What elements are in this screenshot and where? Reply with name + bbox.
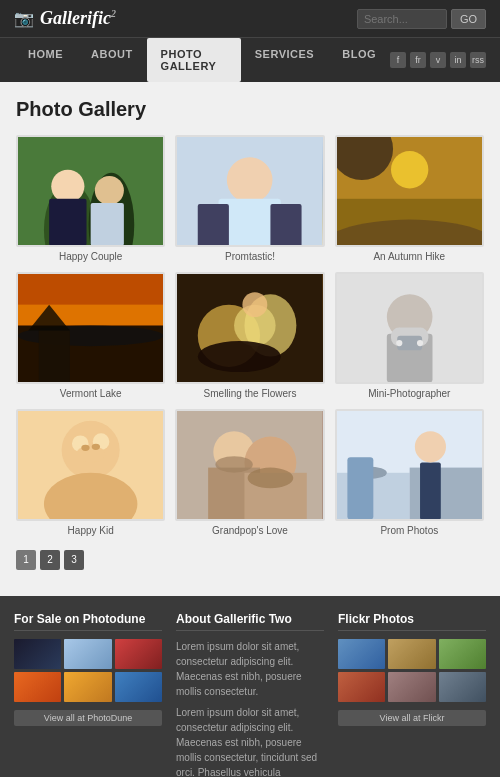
pagination: 1 2 3 <box>16 550 484 576</box>
gallery-thumb-6[interactable] <box>335 272 484 384</box>
photodune-view-all-button[interactable]: View all at PhotoDune <box>14 710 162 726</box>
photodune-thumb-4[interactable] <box>14 672 61 702</box>
svg-point-49 <box>216 456 253 473</box>
search-input[interactable] <box>357 9 447 29</box>
svg-point-35 <box>417 340 423 346</box>
gallery-caption-5: Smelling the Flowers <box>204 388 297 399</box>
svg-point-43 <box>92 444 100 450</box>
page-btn-1[interactable]: 1 <box>16 550 36 570</box>
gallery-thumb-9[interactable] <box>335 409 484 521</box>
svg-rect-11 <box>271 204 302 245</box>
nav-services[interactable]: SERVICES <box>241 38 328 82</box>
page-title: Photo Gallery <box>16 98 484 121</box>
gallery-item[interactable]: Happy Kid <box>16 409 165 536</box>
gallery-item[interactable]: Mini-Photographer <box>335 272 484 399</box>
flickr-thumb-3[interactable] <box>439 639 486 669</box>
footer-sections: For Sale on Photodune View all at PhotoD… <box>0 596 500 777</box>
svg-point-50 <box>248 468 294 489</box>
gallery-caption-4: Vermont Lake <box>60 388 122 399</box>
svg-point-28 <box>243 292 268 317</box>
flickr-thumb-6[interactable] <box>439 672 486 702</box>
svg-rect-56 <box>420 462 441 519</box>
svg-rect-6 <box>91 203 124 245</box>
nav-items: HOME ABOUT PHOTO GALLERY SERVICES BLOG <box>14 38 390 82</box>
svg-rect-10 <box>198 204 229 245</box>
photodune-title: For Sale on Photodune <box>14 612 162 631</box>
about-title: About Gallerific Two <box>176 612 324 631</box>
main-content: Photo Gallery Happy Couple <box>0 82 500 596</box>
flickr-thumb-1[interactable] <box>338 639 385 669</box>
about-text-2: Lorem ipsum dolor sit amet, consectetur … <box>176 705 324 777</box>
photodune-thumb-2[interactable] <box>64 639 111 669</box>
svg-point-3 <box>51 170 84 203</box>
svg-point-4 <box>95 176 124 205</box>
gallery-grid: Happy Couple Promtastic! <box>16 135 484 536</box>
gallery-thumb-2[interactable] <box>175 135 324 247</box>
camera-icon: 📷 <box>14 9 34 28</box>
flickr-title: Flickr Photos <box>338 612 486 631</box>
header: 📷 Gallerific2 GO <box>0 0 500 37</box>
gallery-item[interactable]: Happy Couple <box>16 135 165 262</box>
logo-text: Gallerific2 <box>40 8 116 29</box>
gallery-caption-1: Happy Couple <box>59 251 122 262</box>
svg-point-27 <box>198 341 281 372</box>
flickr-thumb-5[interactable] <box>388 672 435 702</box>
gallery-thumb-7[interactable] <box>16 409 165 521</box>
nav-photo-gallery[interactable]: PHOTO GALLERY <box>147 38 241 82</box>
social-links: f fr v in rss <box>390 52 486 68</box>
nav-about[interactable]: ABOUT <box>77 38 147 82</box>
flickr-thumb-4[interactable] <box>338 672 385 702</box>
photodune-section: For Sale on Photodune View all at PhotoD… <box>14 612 162 777</box>
svg-rect-55 <box>347 457 373 519</box>
gallery-caption-6: Mini-Photographer <box>368 388 450 399</box>
nav-blog[interactable]: BLOG <box>328 38 390 82</box>
facebook-icon[interactable]: f <box>390 52 406 68</box>
gallery-caption-7: Happy Kid <box>68 525 114 536</box>
svg-point-41 <box>76 446 105 463</box>
gallery-caption-8: Grandpop's Love <box>212 525 288 536</box>
photodune-thumb-1[interactable] <box>14 639 61 669</box>
gallery-item[interactable]: Prom Photos <box>335 409 484 536</box>
svg-point-8 <box>227 157 273 203</box>
gallery-item[interactable]: Smelling the Flowers <box>175 272 324 399</box>
linkedin-icon[interactable]: in <box>450 52 466 68</box>
page-btn-3[interactable]: 3 <box>64 550 84 570</box>
gallery-item[interactable]: Vermont Lake <box>16 272 165 399</box>
gallery-thumb-5[interactable] <box>175 272 324 384</box>
svg-point-34 <box>396 340 402 346</box>
page-btn-2[interactable]: 2 <box>40 550 60 570</box>
gallery-item[interactable]: An Autumn Hike <box>335 135 484 262</box>
gallery-thumb-1[interactable] <box>16 135 165 247</box>
main-nav: HOME ABOUT PHOTO GALLERY SERVICES BLOG f… <box>0 37 500 82</box>
gallery-caption-9: Prom Photos <box>380 525 438 536</box>
svg-point-57 <box>415 431 446 462</box>
logo: 📷 Gallerific2 <box>14 8 116 29</box>
gallery-item[interactable]: Promtastic! <box>175 135 324 262</box>
search-button[interactable]: GO <box>451 9 486 29</box>
flickr-thumbs <box>338 639 486 702</box>
svg-rect-5 <box>49 199 86 245</box>
svg-rect-21 <box>39 331 70 382</box>
photodune-thumb-3[interactable] <box>115 639 162 669</box>
photodune-thumb-5[interactable] <box>64 672 111 702</box>
photodune-thumb-6[interactable] <box>115 672 162 702</box>
flickr-thumb-2[interactable] <box>388 639 435 669</box>
rss-icon[interactable]: rss <box>470 52 486 68</box>
svg-point-14 <box>391 151 428 188</box>
flickr-view-all-button[interactable]: View all at Flickr <box>338 710 486 726</box>
gallery-caption-3: An Autumn Hike <box>373 251 445 262</box>
nav-home[interactable]: HOME <box>14 38 77 82</box>
vimeo-icon[interactable]: v <box>430 52 446 68</box>
about-text-1: Lorem ipsum dolor sit amet, consectetur … <box>176 639 324 699</box>
search-area: GO <box>357 9 486 29</box>
flickr-icon[interactable]: fr <box>410 52 426 68</box>
gallery-thumb-4[interactable] <box>16 272 165 384</box>
gallery-thumb-3[interactable] <box>335 135 484 247</box>
gallery-thumb-8[interactable] <box>175 409 324 521</box>
gallery-caption-2: Promtastic! <box>225 251 275 262</box>
svg-point-42 <box>81 445 89 451</box>
photodune-thumbs <box>14 639 162 702</box>
gallery-item[interactable]: Grandpop's Love <box>175 409 324 536</box>
flickr-section: Flickr Photos View all at Flickr <box>338 612 486 777</box>
about-section: About Gallerific Two Lorem ipsum dolor s… <box>176 612 324 777</box>
